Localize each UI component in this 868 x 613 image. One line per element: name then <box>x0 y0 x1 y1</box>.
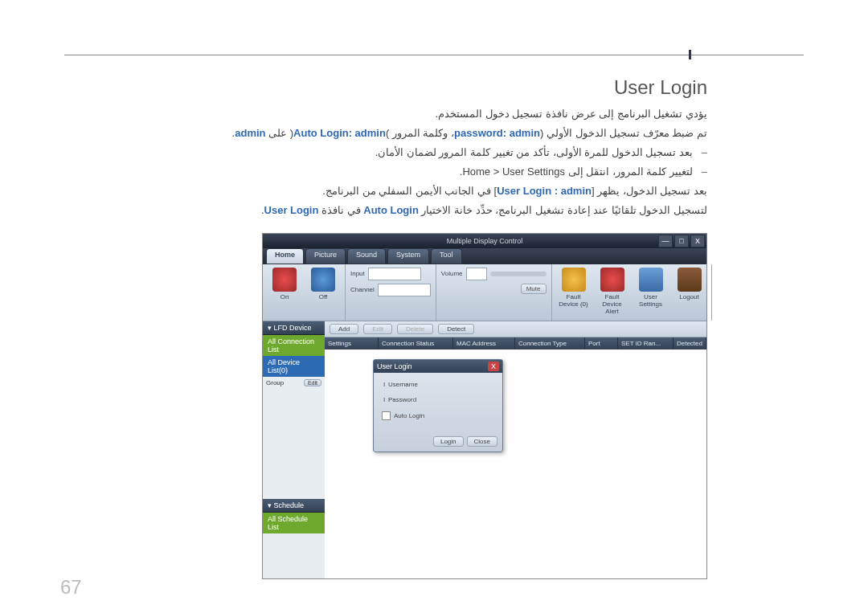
user-icon <box>639 268 663 292</box>
tabs: Home Picture Sound System Tool <box>263 248 706 264</box>
mute-button[interactable]: Mute <box>521 284 547 294</box>
tab-system[interactable]: System <box>387 248 429 264</box>
tab-picture[interactable]: Picture <box>305 248 346 264</box>
tab-home[interactable]: Home <box>266 248 304 264</box>
page-number: 67 <box>60 576 82 599</box>
grid: User Login X lUsername lPassword <box>325 349 706 578</box>
input-select[interactable] <box>368 268 421 280</box>
door-icon <box>678 268 702 292</box>
add-button[interactable]: Add <box>330 324 358 334</box>
app-screenshot: Multiple Display Control — □ X Home Pict… <box>262 233 707 579</box>
text-line-4: بعد تسجيل الدخول، يظهر [User Login : adm… <box>64 182 707 200</box>
page-top-rule <box>64 55 804 55</box>
main-area: ▾ LFD Device All Connection List All Dev… <box>263 321 706 578</box>
col-mac[interactable]: MAC Address <box>453 337 515 349</box>
sidebar: ▾ LFD Device All Connection List All Dev… <box>263 321 325 578</box>
content: User Login يؤدي تشغيل البرنامج إلى عرض ن… <box>64 76 707 579</box>
sidebar-lfd-header[interactable]: ▾ LFD Device <box>263 321 325 335</box>
on-button[interactable]: On <box>268 268 301 300</box>
sidebar-spacer-2 <box>263 533 325 578</box>
app-title: Multiple Display Control <box>447 237 523 245</box>
page-title: User Login <box>64 76 707 99</box>
fault-alert-button[interactable]: Fault Device Alert <box>596 268 629 315</box>
text-line-1: يؤدي تشغيل البرنامج إلى عرض نافذة تسجيل … <box>64 105 707 123</box>
login-dialog: User Login X lUsername lPassword <box>373 359 503 452</box>
titlebar: Multiple Display Control — □ X <box>263 234 706 248</box>
off-button[interactable]: Off <box>306 268 340 300</box>
col-conn-status[interactable]: Connection Status <box>379 337 453 349</box>
autologin-checkbox[interactable] <box>382 411 391 420</box>
bullet-1: بعد تسجيل الدخول للمرة الأولى، تأكد من ت… <box>64 144 707 161</box>
channel-select[interactable] <box>378 284 431 296</box>
col-setid[interactable]: SET ID Ran... <box>618 337 674 349</box>
ribbon-input: Input Channel <box>346 264 436 321</box>
ribbon-power: On Off <box>263 264 346 321</box>
col-conn-type[interactable]: Connection Type <box>515 337 585 349</box>
sidebar-spacer <box>263 389 325 500</box>
detect-button[interactable]: Detect <box>438 324 474 334</box>
dialog-titlebar: User Login X <box>374 360 502 373</box>
col-port[interactable]: Port <box>585 337 618 349</box>
fault-device-button[interactable]: Fault Device (0) <box>557 268 591 308</box>
dialog-body: lUsername lPassword Auto Login <box>374 373 502 433</box>
tab-tool[interactable]: Tool <box>431 248 462 264</box>
tab-sound[interactable]: Sound <box>347 248 386 264</box>
close-dialog-button[interactable]: Close <box>467 436 497 447</box>
dialog-footer: Login Close <box>374 433 502 452</box>
column-headers: Settings Connection Status MAC Address C… <box>325 337 706 349</box>
text-line-2: تم ضبط معرّف تسجيل الدخول الأولي (passwo… <box>64 125 707 142</box>
volume-slider[interactable] <box>490 272 547 276</box>
dialog-close-button[interactable]: X <box>488 362 499 371</box>
sidebar-all-connection[interactable]: All Connection List <box>263 335 325 356</box>
window-buttons: — □ X <box>658 235 705 247</box>
password-row: lPassword <box>382 396 494 403</box>
login-button[interactable]: Login <box>433 436 464 447</box>
autologin-row: Auto Login <box>382 411 494 420</box>
volume-value[interactable] <box>466 268 487 280</box>
warning-icon <box>562 268 586 292</box>
text-line-5: لتسجيل الدخول تلقائيًا عند إعادة تشغيل ا… <box>64 202 707 219</box>
col-settings[interactable]: Settings <box>325 337 379 349</box>
group-edit-button[interactable]: Edit <box>304 379 321 386</box>
sidebar-all-device[interactable]: All Device List(0) <box>263 356 325 377</box>
power-on-icon <box>272 268 297 292</box>
sidebar-group: Group Edit <box>263 377 325 389</box>
delete-button[interactable]: Delete <box>397 324 433 334</box>
user-settings-button[interactable]: User Settings <box>634 268 668 308</box>
ribbon-volume: Volume Mute <box>436 264 552 321</box>
content-area: Add Edit Delete Detect Settings Connecti… <box>325 321 706 578</box>
sidebar-all-schedule[interactable]: All Schedule List <box>263 513 325 533</box>
page-accent <box>689 50 691 59</box>
logout-button[interactable]: Logout <box>673 268 706 300</box>
bullet-2: لتغيير كلمة المرور، انتقل إلى Home > Use… <box>64 163 707 181</box>
col-detected[interactable]: Detected <box>674 337 706 349</box>
sidebar-schedule-header[interactable]: ▾ Schedule <box>263 499 325 513</box>
alert-icon <box>600 268 624 292</box>
maximize-button[interactable]: □ <box>674 235 689 247</box>
edit-button[interactable]: Edit <box>363 324 392 334</box>
ribbon-right: Fault Device (0) Fault Device Alert User… <box>552 264 712 321</box>
username-row: lUsername <box>382 381 494 388</box>
ribbon: On Off Input Channel Volume Mute <box>263 264 706 321</box>
list-toolbar: Add Edit Delete Detect <box>325 321 706 337</box>
power-off-icon <box>311 268 335 292</box>
close-button[interactable]: X <box>690 235 705 247</box>
minimize-button[interactable]: — <box>658 235 673 247</box>
